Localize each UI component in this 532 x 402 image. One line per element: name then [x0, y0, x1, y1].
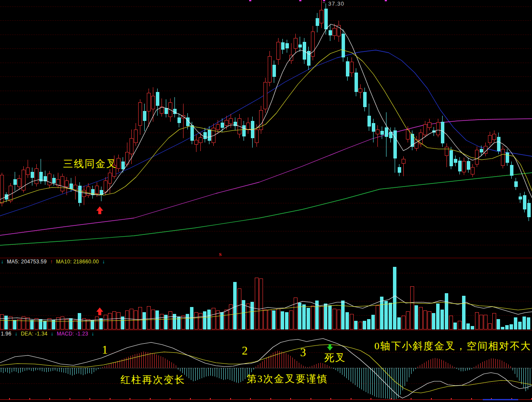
annotation-number-1: 1 — [102, 344, 108, 356]
macd-indicator-header: 1.96 ↓ DEA: -1.34 ↓ MACD: -1.23 ↓ — [1, 331, 96, 337]
macd-dif-value: 1.96 — [1, 331, 12, 337]
volume-indicator-header: ↓ MA5: 204753.59 ↑ MA10: 218660.00 ↓ — [1, 259, 107, 265]
down-arrow-icon: ↓ — [51, 331, 54, 337]
volume-ma5-value: MA5: 204753.59 — [7, 259, 47, 265]
annotation-below-zero-axis-note: 0轴下小斜度金叉，空间相对不大 — [374, 341, 532, 351]
annotation-death-cross: 死叉 — [324, 353, 346, 363]
macd-dea-value: DEA: -1.34 — [21, 331, 48, 337]
macd-value: MACD: -1.23 — [57, 331, 88, 337]
down-arrow-icon: ↓ — [102, 259, 105, 265]
high-price-label: 37.30 — [328, 0, 345, 7]
stock-chart-window: 37.30 ~ ↓ MA5: 204753.59 ↑ MA10: 218660.… — [0, 0, 532, 402]
down-arrow-icon: ↓ — [92, 331, 94, 337]
down-arrow-icon: ↓ — [15, 331, 17, 337]
death-cross-arrow-icon — [327, 344, 333, 351]
annotation-third-golden-cross-caution: 第3次金叉要谨慎 — [247, 374, 328, 384]
sell-signal-marker: S — [219, 252, 222, 257]
up-arrow-icon: ↑ — [50, 259, 53, 265]
volume-ma10-value: MA10: 218660.00 — [56, 259, 99, 265]
annotation-red-bars-longer: 红柱再次变长 — [120, 375, 185, 385]
annotation-three-line-golden-cross: 三线同金叉 — [63, 159, 117, 169]
buy-arrow-volume-icon — [96, 307, 103, 315]
down-arrow-icon: ↓ — [1, 259, 3, 265]
annotation-number-2: 2 — [242, 345, 248, 357]
peak-tilde-marker: ~ — [323, 0, 325, 5]
annotation-number-3: 3 — [300, 346, 306, 358]
buy-arrow-candle-icon — [96, 206, 103, 214]
